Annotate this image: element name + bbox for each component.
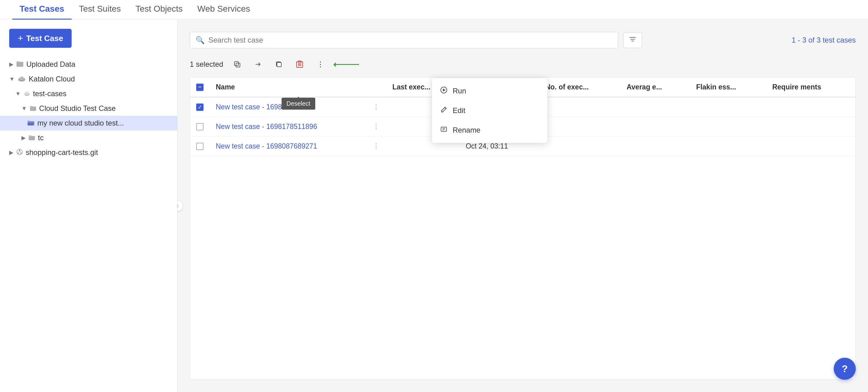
row-3-requirements [766,137,856,156]
help-button[interactable]: ? [834,358,856,380]
tab-test-cases[interactable]: Test Cases [12,0,72,20]
move-icon[interactable] [251,58,265,71]
svg-line-21 [20,151,21,153]
column-header-average[interactable]: Averag e... [620,78,690,97]
svg-rect-10 [30,107,36,111]
row-2-kebab-menu[interactable]: ⋮ [373,122,380,130]
svg-rect-1 [17,61,20,62]
folder-icon [17,60,23,69]
sidebar-tree: Uploaded Data Katalon Cloud test-cases [0,57,177,160]
folder-icon [29,133,35,142]
svg-rect-0 [17,62,23,67]
content-area: ‹ 🔍 1 - 3 of 3 test cases 1 selected [178,20,868,392]
deselect-tooltip: Deselect [282,98,315,110]
caret-icon [9,149,13,156]
svg-rect-11 [30,106,33,107]
selected-count-label: 1 selected [190,60,223,69]
row-2-requirements [766,117,856,137]
row-2-checkbox[interactable] [196,123,204,130]
context-menu-rename[interactable]: Rename [432,120,548,140]
row-1-checkbox[interactable]: ✓ [196,103,204,111]
sidebar-item-label: shopping-cart-tests.git [26,148,98,157]
row-checkbox-cell[interactable] [190,117,210,137]
row-3-kebab-menu[interactable]: ⋮ [373,142,380,150]
header-checkbox-cell[interactable]: − [190,78,210,97]
row-3-name: New test case - 1698087689271 ⋮ [210,137,386,156]
cloud-icon [18,75,26,83]
column-header-flakiness[interactable]: Flakin ess... [690,78,766,97]
context-menu-edit-label: Edit [453,106,465,115]
select-all-checkbox[interactable]: − [196,84,204,91]
column-header-requirements[interactable]: Require ments [766,78,856,97]
svg-rect-28 [277,62,281,67]
sidebar-item-label: tc [38,133,44,142]
folder-icon [30,104,36,113]
svg-point-19 [21,153,22,154]
sidebar-item-label: test-cases [33,89,66,98]
main-layout: + Test Case Uploaded Data Katalon Cloud [0,20,868,392]
add-test-case-button[interactable]: + Test Case [9,29,72,48]
edit-icon [440,106,447,115]
sidebar-item-label: my new cloud studio test... [37,119,124,127]
tab-web-services[interactable]: Web Services [190,0,257,20]
add-button-label: Test Case [26,34,63,43]
caret-icon [15,91,21,97]
run-icon [440,87,447,95]
row-checkbox-cell[interactable] [190,137,210,156]
git-icon [17,148,23,157]
search-input[interactable] [209,36,613,44]
toolbar: 1 selected ⋮ [190,58,856,71]
sidebar-item-tc[interactable]: tc [0,130,177,145]
column-header-name[interactable]: Name [210,78,386,97]
caret-icon [22,134,26,141]
row-2-name-link[interactable]: New test case - 1698178511896 [216,122,317,130]
row-3-name-link[interactable]: New test case - 1698087689271 [216,142,317,150]
tab-test-objects[interactable]: Test Objects [128,0,190,20]
folder-open-icon [28,119,34,127]
svg-rect-26 [235,62,239,65]
top-nav: Test Cases Test Suites Test Objects Web … [0,0,868,20]
svg-rect-14 [29,136,35,140]
row-1-name-link[interactable]: New test case - 1698... [216,103,288,111]
row-1-kebab-menu[interactable]: ⋮ [373,103,380,111]
tab-test-suites[interactable]: Test Suites [72,0,128,20]
sidebar-item-uploaded-data[interactable]: Uploaded Data [0,57,177,72]
sidebar-item-label: Katalon Cloud [29,75,75,83]
sidebar-item-label: Cloud Studio Test Case [39,104,116,113]
svg-point-5 [20,77,24,80]
filter-button[interactable] [623,32,642,48]
copy-icon[interactable] [230,58,244,71]
context-menu-edit[interactable]: Edit [432,101,548,120]
search-input-wrap: 🔍 [190,32,618,49]
svg-point-17 [19,150,21,151]
row-2-no-exec [539,117,621,137]
svg-rect-25 [236,63,240,67]
sidebar-item-katalon-cloud[interactable]: Katalon Cloud [0,72,177,86]
collapse-sidebar-button[interactable]: ‹ [178,200,183,211]
context-menu: Run Edit Rename [432,78,548,143]
sidebar-item-test-cases[interactable]: test-cases [0,86,177,101]
more-icon[interactable]: ⋮ [314,58,327,71]
row-checkbox-cell[interactable]: ✓ [190,97,210,117]
row-3-average [620,137,690,156]
caret-icon [9,76,15,82]
row-2-name: New test case - 1698178511896 ⋮ [210,117,386,137]
sidebar-item-shopping-cart[interactable]: shopping-cart-tests.git [0,145,177,160]
row-1-average [620,97,690,117]
sidebar-item-cloud-studio-test-case[interactable]: Cloud Studio Test Case [0,101,177,116]
delete-icon[interactable] [293,58,306,71]
context-menu-run-label: Run [453,87,466,95]
svg-line-20 [18,151,20,153]
result-count: 1 - 3 of 3 test cases [792,36,856,44]
duplicate-icon[interactable] [272,58,285,71]
context-menu-run[interactable]: Run [432,81,548,101]
row-2-flakiness [690,117,766,137]
row-3-checkbox[interactable] [196,143,204,150]
row-3-flakiness [690,137,766,156]
sidebar-item-my-new-cloud[interactable]: my new cloud studio test... [0,116,177,130]
caret-icon [9,61,13,68]
search-bar: 🔍 1 - 3 of 3 test cases [190,32,856,49]
row-3-no-exec [539,137,621,156]
arrow-line [335,64,359,65]
column-header-no-exec[interactable]: No. of exec... [539,78,621,97]
